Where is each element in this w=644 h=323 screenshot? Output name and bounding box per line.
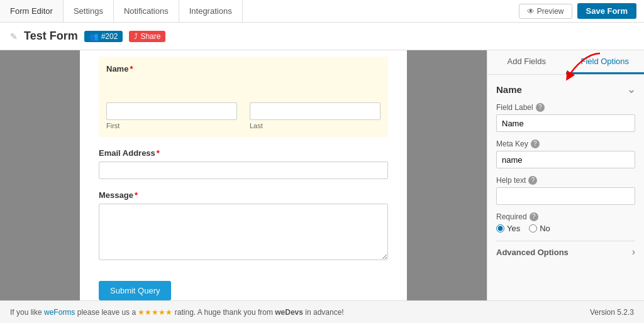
tab-add-fields[interactable]: Add Fields: [487, 50, 566, 74]
meta-key-option: Meta Key ?: [496, 140, 635, 168]
tab-integrations[interactable]: Integrations: [179, 0, 243, 22]
email-input[interactable]: [99, 162, 388, 179]
name-last-col: Last: [250, 102, 380, 129]
footer-weforms-link[interactable]: weForms: [44, 308, 75, 317]
required-option-label: Required ?: [496, 212, 635, 221]
advanced-options-row[interactable]: Advanced Options ›: [496, 241, 635, 263]
name-field-label: Name*: [106, 64, 133, 74]
tab-form-editor[interactable]: Form Editor: [0, 0, 64, 22]
chevron-right-icon: ›: [632, 246, 635, 258]
tab-notifications[interactable]: Notifications: [114, 0, 179, 22]
save-form-button[interactable]: Save Form: [577, 3, 636, 19]
required-yes-radio[interactable]: [496, 224, 504, 233]
message-field-label: Message*: [99, 190, 388, 200]
field-label-help-icon[interactable]: ?: [536, 103, 545, 112]
form-title: Test Form: [24, 30, 78, 43]
last-sub-label: Last: [250, 122, 380, 129]
panel-tabs: Add Fields Field Options: [487, 50, 644, 75]
tab-field-options[interactable]: Field Options: [566, 50, 645, 74]
help-text-help-icon[interactable]: ?: [528, 176, 537, 185]
field-label-option-label: Field Label ?: [496, 103, 635, 112]
meta-key-help-icon[interactable]: ?: [531, 140, 540, 148]
name-first-input[interactable]: [106, 102, 237, 120]
required-no-radio[interactable]: [529, 224, 537, 233]
required-radio-group: Yes No: [496, 224, 635, 233]
eye-icon: 👁: [527, 7, 535, 16]
footer-rating-link[interactable]: ★★★★★: [138, 308, 174, 317]
share-icon: ⤴: [134, 32, 138, 41]
footer-stars: ★★★★★: [138, 308, 172, 317]
help-text-option-label: Help text ?: [496, 176, 635, 185]
main-layout: Name* First Last Email Address*: [0, 50, 644, 300]
top-nav: Form Editor Settings Notifications Integ…: [0, 0, 644, 23]
name-last-input[interactable]: [250, 102, 380, 120]
footer-text: If you like weForms please leave us a ★★…: [10, 308, 344, 317]
required-no-option[interactable]: No: [529, 224, 550, 233]
email-field-label: Email Address*: [99, 148, 388, 158]
tab-settings[interactable]: Settings: [64, 0, 114, 22]
form-canvas: Name* First Last Email Address*: [80, 50, 407, 300]
required-option: Required ? Yes No: [496, 212, 635, 233]
footer: If you like weForms please leave us a ★★…: [0, 300, 644, 323]
meta-key-input[interactable]: [496, 151, 635, 168]
right-panel: Add Fields Field Options Name ⌄ Field: [487, 50, 644, 300]
preview-button[interactable]: 👁 Preview: [519, 4, 572, 19]
panel-content: Name ⌄ Field Label ? Meta Key ?: [487, 75, 644, 300]
email-field-group: Email Address*: [99, 148, 388, 179]
required-yes-option[interactable]: Yes: [496, 224, 520, 233]
name-field-group: Name* First Last: [99, 57, 388, 137]
message-textarea[interactable]: [99, 204, 388, 260]
footer-devs-name: weDevs: [275, 308, 303, 317]
field-label-input[interactable]: [496, 114, 635, 132]
panel-section-title: Name ⌄: [496, 84, 635, 96]
footer-version: Version 5.2.3: [590, 308, 634, 317]
sub-header: ✎ Test Form 👥 #202 ⤴ Share: [0, 23, 644, 50]
first-sub-label: First: [106, 122, 237, 129]
field-label-option: Field Label ?: [496, 103, 635, 132]
users-icon: 👥: [89, 32, 99, 41]
share-button[interactable]: ⤴ Share: [129, 31, 165, 42]
submit-button[interactable]: Submit Query: [99, 281, 171, 300]
name-first-col: First: [106, 102, 237, 129]
required-help-icon[interactable]: ?: [530, 212, 538, 221]
top-nav-actions: 👁 Preview Save Form: [519, 3, 644, 19]
chevron-down-icon: ⌄: [627, 84, 635, 96]
edit-icon: ✎: [10, 31, 18, 41]
help-text-option: Help text ?: [496, 176, 635, 205]
meta-key-option-label: Meta Key ?: [496, 140, 635, 148]
badge-count[interactable]: 👥 #202: [84, 31, 123, 42]
help-text-input[interactable]: [496, 187, 635, 205]
message-field-group: Message*: [99, 190, 388, 262]
editor-area: Name* First Last Email Address*: [0, 50, 487, 300]
